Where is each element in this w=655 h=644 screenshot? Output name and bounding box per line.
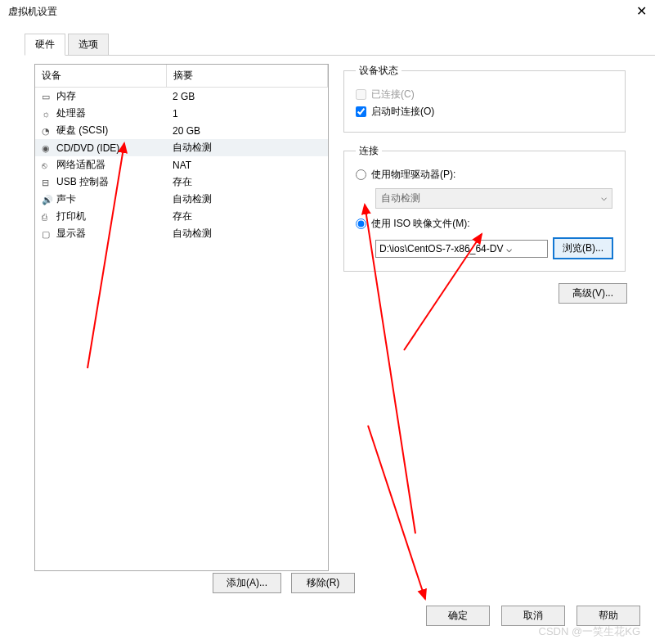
connected-check[interactable]: 已连接(C) bbox=[356, 86, 613, 103]
col-device: 设备 bbox=[35, 65, 166, 88]
network-icon: ⎋ bbox=[42, 160, 53, 170]
speaker-icon: 🔊 bbox=[42, 195, 53, 205]
cancel-button[interactable]: 取消 bbox=[501, 606, 565, 626]
disc-icon: ◉ bbox=[42, 143, 53, 153]
monitor-icon: ▢ bbox=[42, 229, 53, 239]
ok-button[interactable]: 确定 bbox=[426, 606, 490, 626]
row-sound[interactable]: 🔊声卡 自动检测 bbox=[35, 191, 328, 208]
disk-icon: ◔ bbox=[42, 126, 53, 136]
row-cddvd[interactable]: ◉CD/DVD (IDE) 自动检测 bbox=[35, 139, 328, 156]
close-icon[interactable]: ✕ bbox=[636, 3, 647, 19]
tab-hardware[interactable]: 硬件 bbox=[25, 34, 65, 56]
status-group: 设备状态 已连接(C) 启动时连接(O) bbox=[343, 64, 626, 133]
advanced-button[interactable]: 高级(V)... bbox=[559, 283, 627, 304]
connection-legend: 连接 bbox=[356, 144, 382, 158]
row-usb[interactable]: ⊟USB 控制器 存在 bbox=[35, 173, 328, 191]
physical-drive-radio[interactable]: 使用物理驱动器(P): bbox=[356, 166, 613, 183]
usb-icon: ⊟ bbox=[42, 178, 53, 187]
iso-radio[interactable] bbox=[356, 218, 366, 229]
physical-radio[interactable] bbox=[356, 169, 366, 180]
help-button[interactable]: 帮助 bbox=[576, 606, 640, 626]
row-network[interactable]: ⎋网络适配器 NAT bbox=[35, 156, 328, 173]
add-button[interactable]: 添加(A)... bbox=[213, 573, 281, 593]
remove-button[interactable]: 移除(R) bbox=[291, 573, 355, 593]
device-list: 设备 摘要 ▭内存 2 GB ☼处理器 1 ◔硬盘 (SCSI) 20 GB bbox=[34, 64, 329, 571]
iso-path-input[interactable]: D:\ios\CentOS-7-x86_64-DV ⌵ bbox=[375, 240, 548, 258]
poweron-checkbox[interactable] bbox=[356, 106, 366, 117]
connect-poweron-check[interactable]: 启动时连接(O) bbox=[356, 103, 613, 120]
printer-icon: ⎙ bbox=[42, 212, 53, 222]
window-title: 虚拟机设置 bbox=[8, 6, 57, 17]
physical-drive-select: 自动检测 bbox=[375, 188, 612, 209]
status-legend: 设备状态 bbox=[356, 64, 402, 78]
row-printer[interactable]: ⎙打印机 存在 bbox=[35, 208, 328, 225]
browse-button[interactable]: 浏览(B)... bbox=[553, 237, 613, 259]
row-disk[interactable]: ◔硬盘 (SCSI) 20 GB bbox=[35, 122, 328, 139]
connection-group: 连接 使用物理驱动器(P): 自动检测 使用 ISO 映像文件(M): D:\i… bbox=[343, 144, 626, 272]
row-display[interactable]: ▢显示器 自动检测 bbox=[35, 225, 328, 242]
connected-checkbox bbox=[356, 89, 366, 100]
cpu-icon: ☼ bbox=[42, 109, 53, 119]
row-cpu[interactable]: ☼处理器 1 bbox=[35, 105, 328, 122]
row-memory[interactable]: ▭内存 2 GB bbox=[35, 88, 328, 106]
memory-icon: ▭ bbox=[42, 92, 53, 101]
tab-options[interactable]: 选项 bbox=[68, 34, 109, 55]
col-summary: 摘要 bbox=[166, 65, 328, 88]
watermark: CSDN @一笑生花KG bbox=[539, 624, 640, 639]
iso-file-radio[interactable]: 使用 ISO 映像文件(M): bbox=[356, 215, 613, 232]
